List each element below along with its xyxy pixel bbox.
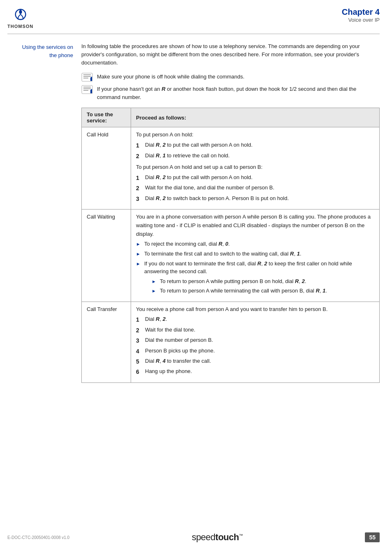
service-content-call-hold: To put person A on hold: 1 Dial R, 2 to … <box>131 127 380 210</box>
call-hold-steps2: 1 Dial R, 2 to put the call with person … <box>136 173 374 203</box>
footer-tm: ™ <box>239 533 243 538</box>
list-item: 1 Dial R, 2 to put the call with person … <box>136 173 374 182</box>
thomson-logo-icon <box>13 7 28 23</box>
sidebar-label: Using the services on the phone <box>7 42 81 383</box>
note-icon-1 <box>81 73 93 82</box>
note-icon-2 <box>81 85 93 94</box>
service-label-call-transfer: Call Transfer <box>82 302 131 382</box>
col-proceed: Proceed as follows: <box>131 108 380 127</box>
call-hold-para1: To put person A on hold: <box>136 131 374 139</box>
footer-doc-number: E-DOC-CTC-20050401-0008 v1.0 <box>7 535 69 540</box>
call-hold-para2: To put person A on hold and set up a cal… <box>136 163 374 172</box>
chapter-subtitle: Voice over IP <box>342 17 380 23</box>
chapter-area: Chapter 4 Voice over IP <box>342 7 380 23</box>
table-row-call-waiting: Call Waiting You are in a phone conversa… <box>82 209 380 302</box>
logo-area: THOMSON <box>7 7 33 29</box>
service-label-call-waiting: Call Waiting <box>82 209 131 302</box>
service-content-call-transfer: You receive a phone call from person A a… <box>131 302 380 382</box>
notes-area: Make sure your phone is off hook while d… <box>81 73 380 101</box>
list-item: 3 Dial the number of person B. <box>136 336 374 345</box>
list-item: 2 Wait for the dial tone. <box>136 326 374 335</box>
call-hold-steps1: 1 Dial R, 2 to put the call with person … <box>136 141 374 161</box>
thomson-logo-text: THOMSON <box>7 24 33 29</box>
list-item: ► To return to person A while putting pe… <box>152 277 374 286</box>
list-item: ► To return to person A while terminatin… <box>152 287 374 295</box>
note-text-1: Make sure your phone is off hook while d… <box>97 73 244 81</box>
list-item: ► To reject the incoming call, dial R, 0… <box>136 240 374 248</box>
list-item: 4 Person B picks up the phone. <box>136 347 374 356</box>
list-item: 6 Hang up the phone. <box>136 367 374 376</box>
call-waiting-bullets: ► To reject the incoming call, dial R, 0… <box>136 240 374 296</box>
call-transfer-steps: 1 Dial R, 2. 2 Wait for the dial tone. 3… <box>136 315 374 376</box>
list-item: 3 Dial R, 2 to switch back to person A. … <box>136 194 374 203</box>
list-item: 2 Wait for the dial tone, and dial the n… <box>136 184 374 193</box>
list-item: 5 Dial R, 4 to transfer the call. <box>136 357 374 366</box>
page-number: 55 <box>365 532 380 542</box>
call-waiting-sub-bullets: ► To return to person A while putting pe… <box>152 277 374 295</box>
page-footer: E-DOC-CTC-20050401-0008 v1.0 speedtouch™… <box>0 532 392 543</box>
chapter-label: Chapter 4 <box>342 7 380 17</box>
table-row-call-hold: Call Hold To put person A on hold: 1 Dia… <box>82 127 380 210</box>
intro-paragraph: In following table the procedures are sh… <box>81 42 380 67</box>
note-row-1: Make sure your phone is off hook while d… <box>81 73 380 82</box>
list-item: 1 Dial R, 2 to put the call with person … <box>136 141 374 150</box>
col-service: To use the service: <box>82 108 131 127</box>
table-row-call-transfer: Call Transfer You receive a phone call f… <box>82 302 380 382</box>
service-table: To use the service: Proceed as follows: … <box>81 108 380 382</box>
note-row-2: If your phone hasn't got an R or another… <box>81 85 380 101</box>
list-item: 2 Dial R, 1 to retrieve the call on hold… <box>136 152 374 161</box>
top-divider <box>7 34 380 34</box>
list-item: 1 Dial R, 2. <box>136 315 374 324</box>
list-item: ► To terminate the first call and to swi… <box>136 250 374 258</box>
page-header: THOMSON Chapter 4 Voice over IP <box>0 0 392 29</box>
call-waiting-intro: You are in a phone conversation with per… <box>136 213 374 238</box>
main-content: Using the services on the phone In follo… <box>7 42 380 383</box>
note-text-2: If your phone hasn't got an R or another… <box>97 85 380 101</box>
footer-speedtouch-logo: speedtouch™ <box>192 532 243 543</box>
list-item: ► If you do not want to terminate the fi… <box>136 260 374 297</box>
service-content-call-waiting: You are in a phone conversation with per… <box>131 209 380 302</box>
service-label-call-hold: Call Hold <box>82 127 131 210</box>
call-transfer-intro: You receive a phone call from person A a… <box>136 305 374 314</box>
content-area: In following table the procedures are sh… <box>81 42 380 383</box>
